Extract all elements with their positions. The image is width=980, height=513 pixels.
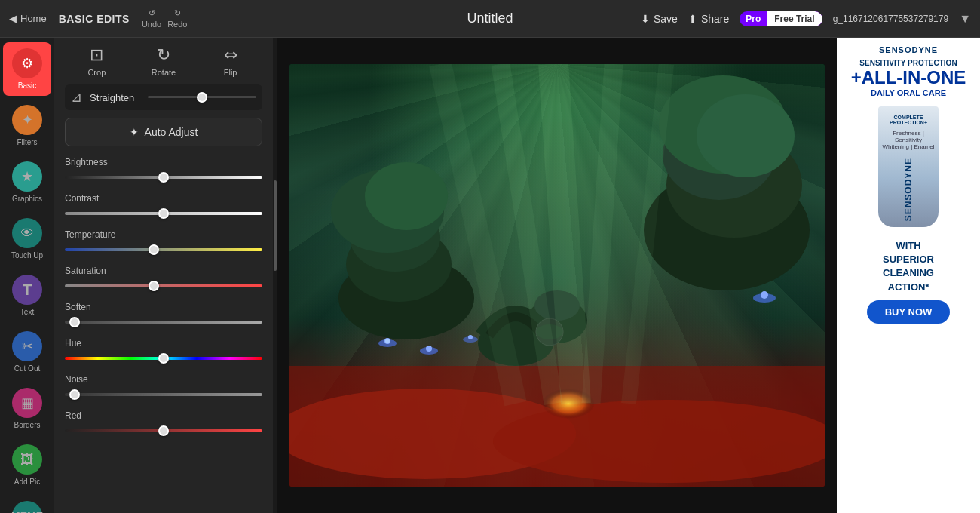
crop-tool[interactable]: ⊡ Crop: [70, 45, 123, 77]
straighten-thumb[interactable]: [197, 92, 207, 103]
flip-icon: ⇔: [224, 45, 237, 65]
ad-buy-now-button[interactable]: BUY NOW: [867, 300, 951, 324]
sidebar-item-label-filters: Filters: [17, 138, 37, 146]
save-label: Save: [654, 13, 678, 25]
noise-control: Noise: [65, 374, 262, 400]
brightness-slider[interactable]: [65, 172, 262, 183]
sidebar-item-label-add-pic: Add Pic: [14, 478, 40, 486]
svg-point-26: [761, 291, 768, 299]
soften-slider[interactable]: [65, 317, 262, 327]
sidebar-item-cut-out[interactable]: ✂ Cut Out: [3, 325, 51, 379]
home-button[interactable]: ◀ Home: [9, 13, 47, 24]
saturation-thumb[interactable]: [149, 281, 159, 291]
noise-label: Noise: [65, 374, 262, 385]
red-thumb[interactable]: [158, 425, 169, 436]
ad-daily: DAILY ORAL CARE: [851, 88, 966, 97]
temperature-control: Temperature: [65, 229, 262, 255]
share-button[interactable]: ⬆ Share: [688, 13, 729, 25]
sidebar-item-label-cut-out: Cut Out: [14, 364, 40, 373]
soften-control: Soften: [65, 302, 262, 327]
tools-panel: ⊡ Crop ↻ Rotate ⇔ Flip ⊿ Straighten: [54, 38, 273, 513]
brightness-thumb[interactable]: [158, 172, 169, 183]
hue-thumb[interactable]: [158, 353, 169, 364]
filters-icon: ✦: [12, 105, 42, 135]
contrast-thumb[interactable]: [158, 208, 169, 219]
rotate-tool[interactable]: ↻ Rotate: [137, 45, 190, 77]
crop-icon: ⊡: [90, 45, 103, 65]
ad-brand-top: SENSODYNE: [879, 45, 938, 54]
basic-icon: ⚙: [12, 48, 42, 78]
sidebar-item-add-pic[interactable]: 🖼 Add Pic: [3, 438, 51, 492]
sidebar-item-filters[interactable]: ✦ Filters: [3, 99, 51, 152]
red-control: Red: [65, 410, 262, 436]
saturation-label: Saturation: [65, 266, 262, 276]
sidebar-item-basic[interactable]: ⚙ Basic: [3, 42, 51, 96]
svg-point-11: [365, 162, 448, 230]
sidebar-item-text[interactable]: T Text: [3, 269, 51, 322]
section-title: BASIC EDITS: [59, 13, 130, 25]
contrast-control: Contrast: [65, 193, 262, 219]
flip-tool[interactable]: ⇔ Flip: [204, 45, 257, 77]
undo-button[interactable]: ↺ Undo: [142, 8, 161, 29]
flip-label: Flip: [224, 68, 237, 77]
saturation-control: Saturation: [65, 266, 262, 291]
hue-slider[interactable]: [65, 353, 262, 364]
brightness-control: Brightness: [65, 157, 262, 183]
share-label: Share: [701, 13, 729, 25]
straighten-icon: ⊿: [71, 89, 82, 106]
auto-adjust-button[interactable]: ✦ Auto Adjust: [65, 118, 262, 146]
temperature-thumb[interactable]: [149, 244, 159, 255]
ad-sidebar: SENSODYNE SENSITIVITY PROTECTION +ALL-IN…: [837, 38, 980, 513]
temperature-slider[interactable]: [65, 244, 262, 255]
hue-control: Hue: [65, 338, 262, 364]
noise-thumb[interactable]: [69, 389, 80, 400]
main-area: ⚙ Basic ✦ Filters ★ Graphics 👁 Touch Up …: [0, 38, 980, 513]
cut-out-icon: ✂: [12, 331, 42, 361]
scroll-thumb[interactable]: [274, 180, 277, 271]
add-pic-icon: 🖼: [12, 444, 42, 475]
sidebar-item-label-graphics: Graphics: [12, 195, 42, 203]
auto-adjust-icon: ✦: [130, 126, 139, 138]
ad-sensitivity: SENSITIVITY PROTECTION: [851, 59, 966, 67]
canvas-title: Untitled: [467, 11, 513, 26]
share-icon: ⬆: [688, 13, 697, 25]
sidebar-item-meme[interactable]: MEME MEME: [3, 495, 51, 513]
svg-point-20: [385, 339, 390, 343]
ad-tube-label: COMPLETEPROTECTION+: [887, 112, 930, 128]
pro-free-trial-badge[interactable]: Pro Free Trial: [740, 11, 822, 26]
undo-redo-group: ↺ Undo ↻ Redo: [142, 8, 188, 29]
svg-point-16: [697, 94, 795, 177]
sidebar-item-touch-up[interactable]: 👁 Touch Up: [3, 212, 51, 266]
user-menu-chevron[interactable]: ▼: [959, 12, 971, 26]
noise-slider[interactable]: [65, 389, 262, 400]
ad-tube-sublabel: Freshness | SensitivityWhitening | Ename…: [878, 128, 939, 152]
touch-up-icon: 👁: [12, 218, 42, 248]
rotate-label: Rotate: [152, 68, 176, 77]
soften-thumb[interactable]: [69, 317, 80, 327]
topbar: ◀ Home BASIC EDITS ↺ Undo ↻ Redo Untitle…: [0, 0, 980, 38]
redo-label: Redo: [167, 20, 187, 29]
contrast-slider[interactable]: [65, 208, 262, 219]
svg-point-22: [426, 346, 432, 352]
hue-label: Hue: [65, 338, 262, 349]
svg-point-24: [468, 335, 473, 339]
sidebar-item-borders[interactable]: ▦ Borders: [3, 382, 51, 435]
red-slider[interactable]: [65, 425, 262, 436]
redo-button[interactable]: ↻ Redo: [167, 8, 187, 29]
saturation-slider[interactable]: [65, 281, 262, 291]
sidebar-item-graphics[interactable]: ★ Graphics: [3, 155, 51, 209]
svg-point-3: [493, 400, 825, 483]
canvas-area: [277, 38, 837, 513]
crop-label: Crop: [87, 68, 106, 77]
ad-subtext: WITHSUPERIORCLEANINGACTION*: [883, 239, 934, 294]
graphics-icon: ★: [12, 161, 42, 192]
save-button[interactable]: ⬇ Save: [641, 13, 678, 25]
chevron-left-icon: ◀: [9, 13, 17, 24]
contrast-label: Contrast: [65, 193, 262, 204]
brightness-label: Brightness: [65, 157, 262, 167]
canvas-image: [289, 64, 825, 487]
undo-label: Undo: [142, 20, 161, 29]
user-id: g_116712061775537279179: [833, 14, 949, 24]
ad-plus: +ALL-IN-ONE: [851, 67, 966, 88]
straighten-control: ⊿ Straighten: [65, 84, 262, 110]
